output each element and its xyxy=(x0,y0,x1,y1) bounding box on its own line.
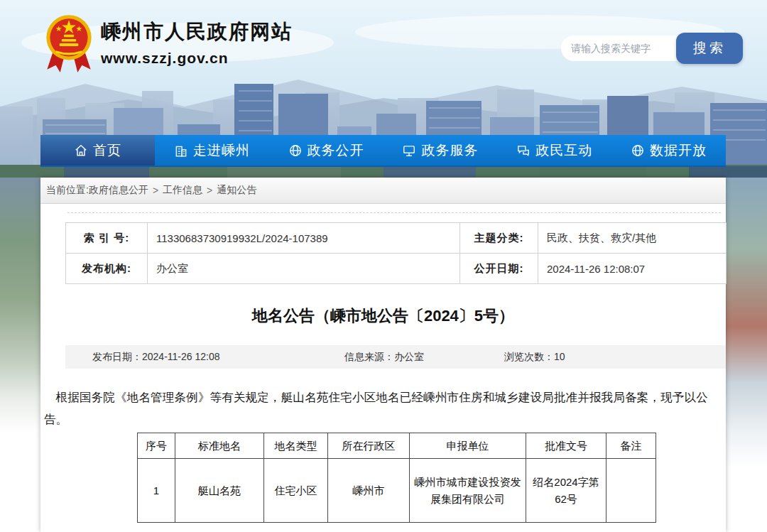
breadcrumb-link-notices[interactable]: 通知公告 xyxy=(217,184,256,197)
dashed-divider xyxy=(67,212,721,213)
nav-label: 政务服务 xyxy=(421,141,478,160)
site-title: 嵊州市人民政府网站 xyxy=(101,18,293,45)
col-header-note: 备注 xyxy=(606,433,656,459)
publish-date-label: 发布日期： xyxy=(92,351,142,362)
cell-region: 嵊州市 xyxy=(328,459,410,523)
col-header-approval-doc: 批准文号 xyxy=(526,433,606,459)
article-body: 根据国务院《地名管理条例》等有关规定，艇山名苑住宅小区地名已经嵊州市住房和城乡建… xyxy=(44,386,720,430)
globe-icon xyxy=(631,143,645,158)
cell-standard-name: 艇山名苑 xyxy=(175,459,264,523)
breadcrumb-link-work-info[interactable]: 工作信息 xyxy=(163,184,202,197)
chat-icon xyxy=(516,143,531,158)
search-button[interactable]: 搜索 xyxy=(676,33,743,64)
site-url: www.szzj.gov.cn xyxy=(101,50,293,67)
nav-label: 政务公开 xyxy=(308,141,364,160)
announcement-table: 序号 标准地名 地名类型 所在行政区 申报单位 批准文号 备注 1 艇山名苑 住… xyxy=(137,433,656,523)
view-count-label: 浏览次数： xyxy=(504,351,554,362)
monitor-icon xyxy=(402,143,416,158)
table-header-row: 序号 标准地名 地名类型 所在行政区 申报单位 批准文号 备注 xyxy=(138,433,656,459)
col-header-seq: 序号 xyxy=(138,433,175,459)
nav-item-interaction[interactable]: 政民互动 xyxy=(497,135,611,165)
article-title: 地名公告（嵊市地公告〔2024〕5号） xyxy=(40,305,726,327)
nav-item-about[interactable]: 走进嵊州 xyxy=(155,135,269,165)
breadcrumb-link-gov-info[interactable]: 政府信息公开 xyxy=(89,184,148,197)
breadcrumb-separator: > xyxy=(153,185,158,196)
search-box: 搜索 xyxy=(561,33,743,64)
nav-item-gov-service[interactable]: 政务服务 xyxy=(383,135,497,165)
view-count-value: 10 xyxy=(554,351,565,362)
publish-date-value: 2024-11-26 12:08 xyxy=(142,351,220,362)
site-brand: 嵊州市人民政府网站 www.szzj.gov.cn xyxy=(45,10,293,75)
col-header-name-type: 地名类型 xyxy=(264,433,328,459)
breadcrumb: 当前位置: 政府信息公开 > 工作信息 > 通知公告 xyxy=(40,178,726,204)
topic-category-label: 主题分类: xyxy=(460,223,538,254)
cell-applicant: 嵊州市城市建设投资发展集团有限公司 xyxy=(410,459,526,523)
nav-item-open-data[interactable]: 数据开放 xyxy=(611,135,726,165)
nav-item-home[interactable]: 首页 xyxy=(40,135,155,165)
breadcrumb-separator: > xyxy=(207,185,212,196)
nav-item-gov-info[interactable]: 政务公开 xyxy=(269,135,384,165)
info-source-value: 办公室 xyxy=(394,351,424,362)
table-row: 1 艇山名苑 住宅小区 嵊州市 嵊州市城市建设投资发展集团有限公司 绍名2024… xyxy=(138,459,656,523)
info-source: 信息来源：办公室 xyxy=(344,351,424,364)
issuing-agency-label: 发布机构: xyxy=(66,254,148,284)
publish-info-bar: 发布日期：2024-11-26 12:08 信息来源：办公室 浏览次数：10 xyxy=(65,345,726,369)
topic-category-value: 民政、扶贫、救灾/其他 xyxy=(538,223,727,254)
right-background-strip xyxy=(726,178,767,532)
nav-label: 政民互动 xyxy=(535,141,592,160)
info-source-label: 信息来源： xyxy=(344,351,394,362)
issuing-agency-value: 办公室 xyxy=(148,254,460,284)
cell-seq: 1 xyxy=(138,459,175,523)
view-count: 浏览次数：10 xyxy=(504,351,565,364)
index-number-label: 索 引 号: xyxy=(66,223,148,254)
publish-date: 发布日期：2024-11-26 12:08 xyxy=(92,351,220,364)
building-icon xyxy=(174,143,188,158)
breadcrumb-prefix: 当前位置: xyxy=(46,184,89,197)
publish-date-value: 2024-11-26 12:08:07 xyxy=(538,254,727,284)
home-icon xyxy=(74,143,88,158)
nav-label: 首页 xyxy=(93,141,121,160)
cell-name-type: 住宅小区 xyxy=(264,459,328,523)
col-header-standard-name: 标准地名 xyxy=(175,433,264,459)
national-emblem-logo xyxy=(45,10,92,75)
content-panel: 当前位置: 政府信息公开 > 工作信息 > 通知公告 索 引 号: 113306… xyxy=(40,178,726,532)
col-header-region: 所在行政区 xyxy=(328,433,410,459)
page: 嵊州市人民政府网站 www.szzj.gov.cn 搜索 首页 走进嵊州 xyxy=(0,0,767,532)
globe-icon xyxy=(288,143,303,158)
publish-date-label: 公开日期: xyxy=(460,254,538,284)
left-background-strip xyxy=(0,178,40,532)
document-meta-table: 索 引 号: 11330683730919932L/2024-107389 主题… xyxy=(65,222,727,284)
nav-label: 数据开放 xyxy=(650,141,707,160)
main-nav: 首页 走进嵊州 政务公开 政务服务 政民互动 xyxy=(40,135,726,167)
nav-label: 走进嵊州 xyxy=(193,141,250,160)
col-header-applicant: 申报单位 xyxy=(410,433,526,459)
index-number-value: 11330683730919932L/2024-107389 xyxy=(148,223,460,254)
cell-note xyxy=(606,459,656,523)
cell-approval-doc: 绍名2024字第62号 xyxy=(526,459,606,523)
search-input[interactable] xyxy=(561,36,680,61)
